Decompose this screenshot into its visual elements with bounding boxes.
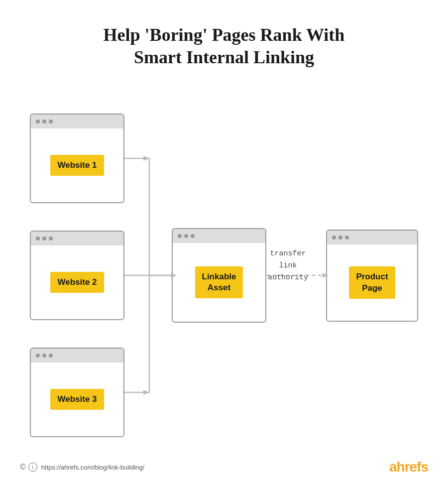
website-1-label: Website 1: [50, 155, 104, 176]
ahrefs-logo: ahrefs: [389, 459, 428, 475]
svg-marker-1: [143, 156, 149, 161]
browser-content-asset: LinkableAsset: [173, 243, 265, 322]
dot1: [36, 120, 40, 123]
cc-icon: ©: [20, 463, 26, 472]
footer: © i https://ahrefs.com/blog/link-buildin…: [0, 459, 448, 475]
dot13: [332, 236, 336, 240]
website-3-window: Website 3: [30, 348, 124, 437]
product-window: ProductPage: [326, 230, 418, 322]
dot12: [191, 234, 195, 238]
dot3: [49, 120, 53, 123]
dot2: [42, 120, 46, 123]
website-1-window: Website 1: [30, 114, 124, 203]
website-2-label: Website 2: [50, 272, 104, 293]
website-3-label: Website 3: [50, 389, 104, 410]
browser-bar-w3: [31, 349, 123, 363]
transfer-text: transfer link authority: [268, 248, 308, 284]
browser-bar-product: [327, 231, 417, 244]
page-title: Help 'Boring' Pages Rank With Smart Inte…: [0, 0, 448, 69]
footer-left: © i https://ahrefs.com/blog/link-buildin…: [20, 463, 144, 472]
dot9: [49, 354, 53, 358]
product-label: ProductPage: [349, 266, 395, 298]
asset-window: LinkableAsset: [172, 228, 266, 323]
footer-icons: © i: [20, 463, 37, 472]
browser-bar-w1: [31, 115, 123, 128]
diagram-area: Website 1 Website 2 Website 3: [0, 84, 448, 472]
dot11: [184, 234, 188, 238]
browser-content-product: ProductPage: [327, 244, 417, 321]
info-icon: i: [28, 463, 37, 472]
dot14: [338, 236, 342, 240]
browser-bar-w2: [31, 232, 123, 245]
website-2-window: Website 2: [30, 231, 124, 320]
asset-label: LinkableAsset: [195, 266, 243, 298]
dot10: [178, 234, 182, 238]
footer-url: https://ahrefs.com/blog/link-building/: [41, 464, 144, 471]
dot5: [42, 237, 46, 241]
svg-marker-2: [143, 390, 149, 395]
browser-bar-asset: [173, 229, 265, 243]
dot8: [42, 354, 46, 358]
browser-content-w2: Website 2: [31, 245, 123, 319]
dot4: [36, 237, 40, 241]
browser-content-w1: Website 1: [31, 128, 123, 202]
browser-content-w3: Website 3: [31, 363, 123, 436]
dot15: [345, 236, 349, 240]
dot7: [36, 354, 40, 358]
dot6: [49, 237, 53, 241]
